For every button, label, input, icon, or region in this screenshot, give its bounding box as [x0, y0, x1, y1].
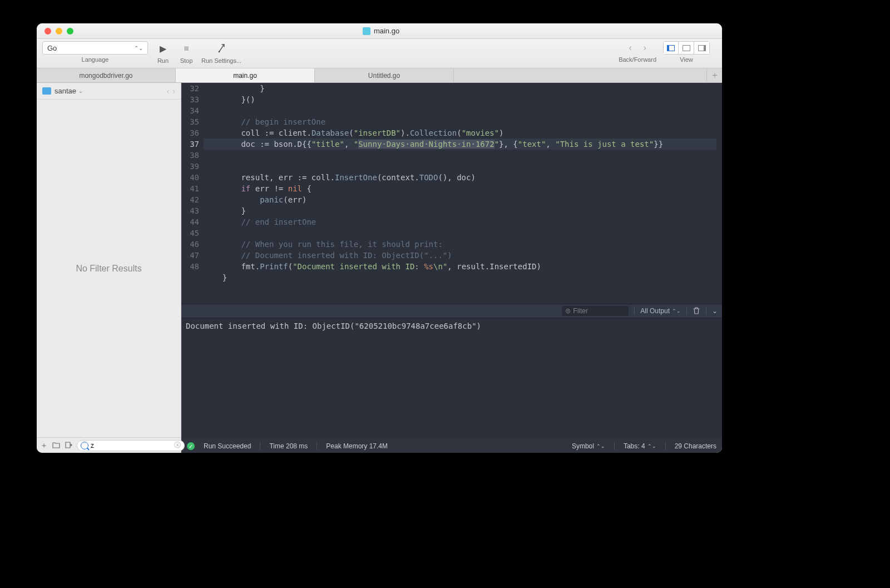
run-label: Run	[157, 57, 169, 64]
run-settings-button[interactable]	[213, 41, 230, 56]
traffic-lights	[44, 28, 73, 34]
language-value: Go	[47, 44, 57, 52]
run-time: Time 208 ms	[269, 442, 308, 450]
view-standard-button[interactable]	[663, 41, 679, 55]
clear-search-icon[interactable]: ⓧ	[174, 441, 181, 450]
next-result-button[interactable]: ›	[172, 87, 175, 96]
editor-area: 32 33 34 35 36 37 38 39 40 41 42 43 44 4…	[181, 83, 722, 453]
new-tab-button[interactable]: ＋	[706, 68, 722, 82]
project-name[interactable]: santae	[55, 87, 76, 95]
titlebar: main.go	[37, 23, 722, 39]
filter-placeholder: Filter	[573, 307, 588, 315]
chevron-updown-icon: ⌃⌄	[672, 308, 681, 314]
add-file-button[interactable]: ＋	[40, 441, 48, 451]
sidebar: santae ⌄ ‹ › No Filter Results ＋	[37, 83, 181, 453]
gutter: 32 33 34 35 36 37 38 39 40 41 42 43 44 4…	[181, 83, 204, 304]
symbol-select[interactable]: Symbol⌃⌄	[572, 442, 605, 450]
language-label: Language	[82, 56, 109, 63]
stop-button[interactable]: ■	[178, 41, 195, 56]
console-filter[interactable]: ⊜ Filter	[562, 306, 629, 316]
go-file-icon	[363, 27, 370, 35]
code-body[interactable]: } }() // begin insertOne coll := client.…	[204, 83, 722, 304]
prev-result-button[interactable]: ‹	[167, 87, 170, 96]
language-select[interactable]: Go ⌃⌄	[42, 41, 148, 55]
backfwd-label: Back/Forward	[619, 56, 656, 63]
import-button[interactable]	[65, 441, 72, 450]
ide-window: main.go Go ⌃⌄ Language ▶ Run ■ Stop Run …	[37, 23, 722, 453]
code-editor[interactable]: 32 33 34 35 36 37 38 39 40 41 42 43 44 4…	[181, 83, 722, 304]
minimize-icon[interactable]	[56, 28, 62, 34]
run-button[interactable]: ▶	[155, 41, 171, 56]
filter-icon: ⊜	[565, 307, 571, 315]
chevron-down-icon[interactable]: ⌄	[78, 88, 83, 94]
run-settings-label: Run Settings...	[201, 57, 241, 64]
status-bar: ✓ Run Succeeded Time 208 ms Peak Memory …	[181, 439, 722, 453]
selected-text: Sunny·Days·and·Nights·in·1672	[358, 140, 494, 149]
search-icon	[81, 442, 88, 449]
close-icon[interactable]	[44, 28, 51, 34]
tab-untitled[interactable]: Untitled.go	[315, 68, 454, 82]
window-title: main.go	[73, 27, 689, 35]
back-button[interactable]: ‹	[623, 41, 637, 55]
peak-memory: Peak Memory 17.4M	[326, 442, 388, 450]
console-line: Document inserted with ID: ObjectID("620…	[186, 322, 481, 330]
run-status: Run Succeeded	[204, 442, 251, 450]
window-title-text: main.go	[374, 27, 399, 35]
main-area: santae ⌄ ‹ › No Filter Results ＋	[37, 83, 722, 453]
view-label: View	[680, 56, 693, 63]
tab-mongodbdriver[interactable]: mongodbdriver.go	[37, 68, 176, 82]
sidebar-empty: No Filter Results	[37, 100, 181, 437]
char-count: 29 Characters	[675, 442, 716, 450]
forward-button[interactable]: ›	[637, 41, 652, 55]
zoom-icon[interactable]	[67, 28, 73, 34]
folder-icon	[42, 87, 51, 95]
collapse-console-button[interactable]: ⌄	[712, 307, 718, 315]
stop-label: Stop	[180, 57, 193, 64]
clear-console-button[interactable]	[693, 307, 700, 316]
toolbar: Go ⌃⌄ Language ▶ Run ■ Stop Run Settings…	[37, 39, 722, 68]
view-assistant-button[interactable]	[694, 41, 710, 55]
view-split-button[interactable]	[679, 41, 694, 55]
tab-main[interactable]: main.go	[176, 68, 315, 82]
sidebar-search[interactable]: ⓧ	[77, 440, 185, 451]
output-scope-select[interactable]: All Output ⌃⌄	[640, 307, 681, 315]
folder-button[interactable]	[52, 441, 60, 450]
tabs-select[interactable]: Tabs: 4⌃⌄	[624, 442, 656, 450]
success-icon: ✓	[187, 442, 195, 450]
sidebar-search-input[interactable]	[91, 442, 174, 449]
console-toolbar: ⊜ Filter All Output ⌃⌄ ⌄	[181, 304, 722, 318]
file-tabs: mongodbdriver.go main.go Untitled.go ＋	[37, 68, 722, 83]
sidebar-header: santae ⌄ ‹ ›	[37, 83, 181, 100]
chevron-updown-icon: ⌃⌄	[134, 45, 143, 51]
console-output[interactable]: Document inserted with ID: ObjectID("620…	[181, 318, 722, 439]
svg-point-0	[219, 51, 220, 53]
sidebar-footer: ＋ ⓧ	[37, 437, 181, 453]
